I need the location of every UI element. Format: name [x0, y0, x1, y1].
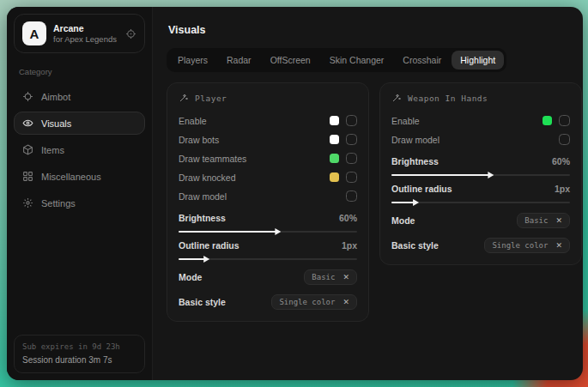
tag-value: Single color — [279, 298, 335, 306]
color-swatch[interactable] — [543, 116, 552, 125]
slider-fill — [179, 258, 205, 260]
toggle-controls — [559, 134, 570, 145]
color-swatch[interactable] — [330, 135, 339, 144]
page-title: Visuals — [168, 24, 580, 36]
sidebar-item-visuals[interactable]: Visuals — [14, 112, 145, 135]
tab-radar[interactable]: Radar — [218, 51, 260, 70]
tag-row-label: Mode — [391, 215, 415, 226]
eye-icon — [22, 118, 33, 129]
sidebar-item-aimbot[interactable]: Aimbot — [14, 85, 145, 108]
tag-single-color[interactable]: Single color✕ — [484, 238, 570, 253]
slider-track-outline-radius[interactable] — [391, 202, 570, 203]
toggle-label: Draw teammates — [179, 154, 246, 164]
sidebar-item-label: Aimbot — [41, 92, 70, 102]
slider-thumb[interactable] — [275, 228, 281, 235]
sidebar-item-label: Items — [41, 145, 64, 155]
color-swatch[interactable] — [330, 116, 339, 125]
app-logo: A — [22, 21, 46, 45]
toggle-controls — [330, 153, 357, 164]
tab-skin-changer[interactable]: Skin Changer — [321, 51, 393, 70]
color-swatch[interactable] — [330, 154, 339, 163]
slider-thumb[interactable] — [203, 256, 209, 263]
checkbox-draw-teammates[interactable] — [346, 153, 357, 164]
sidebar-item-label: Visuals — [41, 118, 71, 129]
toggle-controls — [330, 115, 357, 126]
sidebar-item-miscellaneous[interactable]: Miscellaneous — [14, 165, 145, 188]
toggle-row-draw-model: Draw model — [391, 130, 570, 148]
toggle-controls — [543, 115, 570, 126]
category-label: Category — [19, 67, 140, 76]
brand-text: Arcane for Apex Legends — [53, 23, 118, 45]
app-name: Arcane — [53, 23, 118, 34]
panel-title: Player — [195, 94, 227, 103]
wand-icon — [179, 93, 189, 103]
slider-fill — [391, 202, 415, 203]
tag-single-color[interactable]: Single color✕ — [271, 294, 357, 310]
wand-icon — [391, 93, 402, 103]
close-icon[interactable]: ✕ — [342, 298, 349, 306]
toggle-label: Draw model — [179, 191, 227, 202]
toggle-label: Enable — [179, 116, 207, 126]
slider-block-outline-radius: Outline radius1px — [391, 184, 570, 203]
checkbox-draw-knocked[interactable] — [346, 172, 357, 183]
panels-container: PlayerEnableDraw botsDraw teammatesDraw … — [167, 82, 582, 322]
panel-weapon-in-hands: Weapon In HandsEnableDraw modelBrightnes… — [379, 82, 582, 265]
checkbox-draw-model[interactable] — [559, 134, 570, 145]
slider-track-brightness[interactable] — [179, 231, 357, 233]
sub-expiry-text: Sub expires in 9d 23h — [22, 342, 136, 354]
tag-basic[interactable]: Basic✕ — [517, 213, 570, 228]
tab-players[interactable]: Players — [169, 51, 216, 70]
checkbox-enable[interactable] — [346, 115, 357, 126]
checkbox-enable[interactable] — [559, 115, 570, 126]
tag-row-mode: ModeBasic✕ — [179, 269, 357, 285]
target-icon[interactable] — [125, 28, 136, 39]
toggle-controls — [346, 190, 357, 202]
tag-row-label: Basic style — [179, 297, 226, 307]
panel-header: Player — [179, 93, 357, 103]
toggle-label: Draw bots — [179, 135, 219, 145]
panel-header: Weapon In Hands — [391, 93, 570, 103]
checkbox-draw-bots[interactable] — [346, 134, 357, 145]
tag-basic[interactable]: Basic✕ — [304, 269, 357, 285]
tab-crosshair[interactable]: Crosshair — [394, 51, 450, 70]
sidebar-item-items[interactable]: Items — [14, 138, 145, 161]
toggle-controls — [330, 134, 357, 145]
slider-value: 60% — [552, 156, 570, 166]
session-duration-text: Session duration 3m 7s — [22, 354, 136, 367]
close-icon[interactable]: ✕ — [555, 216, 562, 225]
tag-row-label: Mode — [179, 272, 202, 282]
toggle-label: Draw knocked — [179, 172, 236, 183]
slider-value: 60% — [339, 213, 357, 223]
toggle-label: Enable — [391, 116, 420, 126]
close-icon[interactable]: ✕ — [342, 273, 349, 281]
tag-value: Basic — [312, 273, 335, 281]
slider-value: 1px — [555, 184, 570, 194]
toggle-row-enable: Enable — [179, 112, 357, 130]
app-subtitle: for Apex Legends — [53, 34, 118, 45]
slider-thumb[interactable] — [413, 199, 419, 206]
slider-label: Outline radius — [179, 240, 239, 251]
slider-track-outline-radius[interactable] — [179, 258, 357, 260]
tag-row-mode: ModeBasic✕ — [391, 213, 570, 228]
sidebar-item-settings[interactable]: Settings — [14, 191, 145, 215]
toggle-row-draw-teammates: Draw teammates — [179, 149, 357, 167]
gear-icon — [22, 197, 33, 209]
package-icon — [22, 144, 33, 155]
tab-highlight[interactable]: Highlight — [452, 51, 504, 70]
slider-block-brightness: Brightness60% — [179, 213, 357, 233]
tab-bar: PlayersRadarOffScreenSkin ChangerCrossha… — [167, 48, 506, 72]
tag-value: Basic — [524, 216, 548, 225]
slider-fill — [179, 231, 276, 233]
close-icon[interactable]: ✕ — [555, 241, 562, 250]
checkbox-draw-model[interactable] — [346, 190, 357, 202]
slider-thumb[interactable] — [488, 172, 494, 178]
slider-block-outline-radius: Outline radius1px — [179, 240, 357, 260]
slider-track-brightness[interactable] — [391, 174, 570, 176]
app-window: A Arcane for Apex Legends Category Aimbo… — [7, 7, 583, 380]
toggle-controls — [330, 172, 357, 183]
tab-offscreen[interactable]: OffScreen — [262, 51, 319, 70]
brand-card: A Arcane for Apex Legends — [14, 14, 145, 53]
color-swatch[interactable] — [330, 172, 339, 182]
slider-value: 1px — [342, 240, 357, 251]
slider-label: Outline radius — [391, 184, 452, 194]
